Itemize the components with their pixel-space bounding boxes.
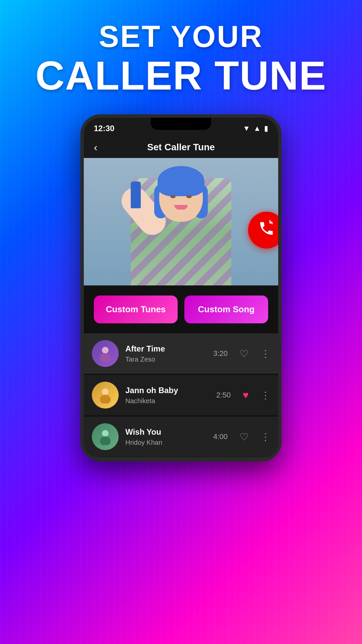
svg-point-4 <box>102 430 109 437</box>
custom-song-button[interactable]: Custom Song <box>184 296 268 323</box>
eye-left <box>170 195 176 198</box>
heart-icon-3[interactable]: ♡ <box>240 431 249 443</box>
song-info-1: After Time Tara Zeso <box>125 344 206 363</box>
song-artist-2: Nachiketa <box>125 397 209 405</box>
table-row: Jann oh Baby Nachiketa 2:50 ♥ ⋮ <box>84 375 278 415</box>
song-artist-3: Hridoy Khan <box>125 439 206 446</box>
phone-side-button-bottom <box>80 212 81 232</box>
app-header: ‹ Set Caller Tune <box>84 137 278 158</box>
headline-line1: SET YOUR <box>36 20 327 53</box>
song-thumb-image-2 <box>92 382 119 409</box>
svg-point-3 <box>100 395 111 404</box>
song-info-3: Wish You Hridoy Khan <box>125 427 206 446</box>
back-button[interactable]: ‹ <box>94 141 98 154</box>
more-menu-icon-1[interactable]: ⋮ <box>261 348 270 359</box>
headline-line2: CALLER TUNE <box>36 53 327 98</box>
song-thumb-3 <box>92 423 119 450</box>
phone-mockup: 12:30 ▼ ▲ ▮ ‹ Set Caller Tune <box>80 114 282 462</box>
status-icons: ▼ ▲ ▮ <box>243 124 268 133</box>
svg-point-0 <box>102 347 109 354</box>
microphone <box>131 181 141 208</box>
artist-image-area <box>84 158 278 285</box>
wifi-icon: ▼ <box>243 124 250 133</box>
song-title-3: Wish You <box>125 427 206 437</box>
table-row: After Time Tara Zeso 3:20 ♡ ⋮ <box>84 333 278 374</box>
song-info-2: Jann oh Baby Nachiketa <box>125 386 209 405</box>
song-thumb-1 <box>92 340 119 367</box>
phone-notch <box>151 118 211 130</box>
song-title-2: Jann oh Baby <box>125 386 209 395</box>
song-title-1: After Time <box>125 344 206 354</box>
call-icon <box>258 220 275 240</box>
phone-side-button-top <box>80 185 81 205</box>
more-menu-icon-2[interactable]: ⋮ <box>261 390 270 401</box>
custom-tunes-button[interactable]: Custom Tunes <box>94 296 178 323</box>
battery-icon: ▮ <box>264 124 268 133</box>
heart-icon-1[interactable]: ♡ <box>240 348 249 360</box>
song-artist-1: Tara Zeso <box>125 356 206 363</box>
status-time: 12:30 <box>94 124 114 133</box>
artist-illustration <box>84 158 278 285</box>
svg-point-1 <box>100 353 111 362</box>
phone-side-button-right <box>281 202 282 232</box>
app-title: Set Caller Tune <box>147 142 215 153</box>
song-duration-3: 4:00 <box>213 432 228 441</box>
svg-point-5 <box>100 436 111 445</box>
headline-block: SET YOUR CALLER TUNE <box>36 20 327 98</box>
svg-point-2 <box>102 388 109 395</box>
song-thumb-2 <box>92 382 119 409</box>
song-thumb-image-3 <box>92 423 119 450</box>
signal-icon: ▲ <box>253 124 261 133</box>
song-duration-1: 3:20 <box>213 349 228 358</box>
song-list: After Time Tara Zeso 3:20 ♡ ⋮ <box>84 333 278 457</box>
table-row: Wish You Hridoy Khan 4:00 ♡ ⋮ <box>84 417 278 457</box>
song-thumb-image-1 <box>92 340 119 367</box>
person-hair <box>158 166 204 196</box>
heart-icon-2[interactable]: ♥ <box>243 389 249 401</box>
eye-right <box>186 195 192 198</box>
more-menu-icon-3[interactable]: ⋮ <box>261 431 270 442</box>
song-duration-2: 2:50 <box>216 391 231 399</box>
action-buttons-row: Custom Tunes Custom Song <box>84 285 278 333</box>
